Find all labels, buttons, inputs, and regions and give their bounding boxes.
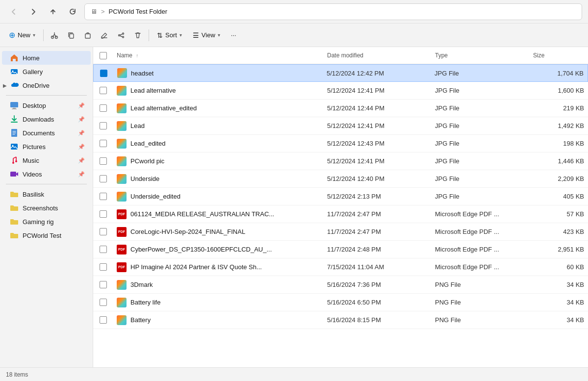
- svg-rect-6: [85, 34, 90, 38]
- sidebar-item-music[interactable]: Music📌: [2, 153, 91, 167]
- address-bar[interactable]: 🖥 > PCWorld Test Folder: [84, 3, 582, 20]
- forward-button[interactable]: [26, 4, 41, 20]
- paste-button[interactable]: [80, 26, 96, 44]
- file-date: 5/12/2024 12:44 PM: [323, 104, 431, 112]
- file-name: Lead_edited: [130, 140, 166, 147]
- rename-button[interactable]: [97, 26, 112, 44]
- table-row[interactable]: Lead alternative_edited 5/12/2024 12:44 …: [93, 100, 588, 117]
- file-name: CyberPower_DS_CP1350-1600EPFCLCD_AU_...: [130, 246, 272, 253]
- sidebar-item-gallery[interactable]: Gallery: [2, 65, 91, 78]
- file-date: 5/12/2024 12:41 PM: [323, 122, 431, 129]
- svg-rect-18: [10, 172, 16, 177]
- table-row[interactable]: Battery 5/16/2024 8:15 PM PNG File 34 KB: [93, 311, 588, 329]
- table-row[interactable]: Lead_edited 5/12/2024 12:43 PM JPG File …: [93, 135, 588, 152]
- file-checkbox[interactable]: [93, 316, 113, 324]
- view-button[interactable]: ☰ View ▾: [188, 26, 225, 44]
- sidebar-item-desktop[interactable]: Desktop📌: [2, 99, 91, 112]
- file-type: Microsoft Edge PDF ...: [431, 228, 529, 235]
- table-row[interactable]: PDF CyberPower_DS_CP1350-1600EPFCLCD_AU_…: [93, 241, 588, 258]
- file-checkbox[interactable]: [93, 193, 113, 200]
- file-checkbox[interactable]: [93, 246, 113, 253]
- col-type[interactable]: Type: [431, 50, 529, 61]
- table-row[interactable]: PCworld pic 5/12/2024 12:41 PM JPG File …: [93, 152, 588, 170]
- file-size: 405 KB: [529, 193, 588, 200]
- sidebar-item-videos[interactable]: Videos📌: [2, 167, 91, 181]
- sidebar-item-label: OneDrive: [23, 82, 50, 89]
- file-checkbox[interactable]: [93, 157, 113, 165]
- sidebar-item-pictures[interactable]: Pictures📌: [2, 140, 91, 153]
- table-row[interactable]: PDF CoreLogic-HVI-Sep-2024_FINAL_FINAL 1…: [93, 223, 588, 241]
- col-name[interactable]: Name ↑: [113, 50, 323, 61]
- file-type: JPG File: [431, 157, 529, 165]
- file-checkbox[interactable]: [93, 104, 113, 112]
- pin-icon: 📌: [78, 157, 85, 164]
- jpg-file-icon: [117, 139, 127, 149]
- table-row[interactable]: Lead 5/12/2024 12:41 PM JPG File 1,492 K…: [93, 117, 588, 135]
- refresh-button[interactable]: [65, 4, 80, 20]
- copy-button[interactable]: [63, 26, 79, 44]
- file-type: JPG File: [431, 193, 529, 200]
- downloads-icon: [10, 115, 19, 124]
- delete-button[interactable]: [130, 26, 146, 44]
- table-row[interactable]: PDF HP Imagine AI 2024 Partner & ISV Quo…: [93, 258, 588, 276]
- file-type: JPG File: [431, 70, 529, 77]
- sidebar-item-downloads[interactable]: Downloads📌: [2, 112, 91, 126]
- file-checkbox[interactable]: [93, 175, 113, 182]
- select-all-checkbox[interactable]: [93, 52, 113, 59]
- file-list: headset 5/12/2024 12:42 PM JPG File 1,70…: [93, 64, 588, 329]
- file-checkbox[interactable]: [93, 228, 113, 235]
- file-checkbox[interactable]: [93, 140, 113, 147]
- table-row[interactable]: Lead alternative 5/12/2024 12:41 PM JPG …: [93, 82, 588, 100]
- new-button[interactable]: ⊕ New ▾: [4, 26, 40, 44]
- svg-point-17: [15, 160, 17, 162]
- table-row[interactable]: headset 5/12/2024 12:42 PM JPG File 1,70…: [93, 64, 588, 82]
- file-name-cell: PCworld pic: [113, 156, 323, 166]
- file-checkbox[interactable]: [93, 281, 113, 288]
- sidebar-item-screenshots[interactable]: Screenshots: [2, 201, 91, 215]
- file-name: headset: [131, 70, 153, 77]
- view-icon: ☰: [193, 31, 199, 39]
- cut-button[interactable]: [47, 26, 62, 44]
- sidebar-item-gaming-rig[interactable]: Gaming rig: [2, 215, 91, 229]
- table-row[interactable]: 3Dmark 5/16/2024 7:36 PM PNG File 34 KB: [93, 276, 588, 294]
- file-name-cell: Underside_edited: [113, 192, 323, 202]
- table-row[interactable]: Battery life 5/16/2024 6:50 PM PNG File …: [93, 294, 588, 311]
- table-row[interactable]: Underside_edited 5/12/2024 2:13 PM JPG F…: [93, 188, 588, 205]
- back-button[interactable]: [6, 4, 22, 20]
- file-date: 11/7/2024 2:47 PM: [323, 210, 431, 218]
- file-size: 1,446 KB: [529, 157, 588, 165]
- table-row[interactable]: PDF 061124_MEDIA RELEASE_AUSTRALIAN TRAC…: [93, 205, 588, 223]
- svg-rect-14: [11, 144, 18, 150]
- up-button[interactable]: [45, 4, 61, 20]
- sidebar-item-basilisk[interactable]: Basilisk: [2, 187, 91, 201]
- new-label: New: [18, 31, 30, 39]
- file-checkbox[interactable]: [93, 122, 113, 129]
- col-size[interactable]: Size: [529, 50, 588, 61]
- table-row[interactable]: Underside 5/12/2024 12:40 PM JPG File 2,…: [93, 170, 588, 188]
- file-checkbox[interactable]: [93, 210, 113, 218]
- file-type: Microsoft Edge PDF ...: [431, 246, 529, 253]
- file-checkbox[interactable]: [93, 263, 113, 271]
- sidebar-item-pcworld-test[interactable]: PCWorld Test: [2, 229, 91, 242]
- sidebar: HomeGallery▶OneDriveDesktop📌Downloads📌Do…: [0, 47, 93, 367]
- file-type: JPG File: [431, 104, 529, 112]
- file-checkbox[interactable]: [93, 299, 113, 306]
- file-size: 2,209 KB: [529, 175, 588, 182]
- jpg-file-icon: [117, 103, 127, 113]
- file-checkbox[interactable]: [94, 70, 113, 77]
- plus-icon: ⊕: [9, 30, 15, 40]
- file-size: 34 KB: [529, 281, 588, 288]
- svg-point-16: [12, 162, 14, 164]
- share-button[interactable]: [113, 26, 129, 44]
- png-file-icon: [117, 280, 127, 290]
- file-name: Underside: [130, 175, 159, 182]
- more-button[interactable]: ···: [226, 26, 241, 44]
- sort-button[interactable]: ⇅ Sort ▾: [152, 26, 187, 44]
- file-checkbox[interactable]: [93, 87, 113, 94]
- sidebar-item-documents[interactable]: Documents📌: [2, 126, 91, 140]
- monitor-icon: 🖥: [91, 8, 97, 15]
- sidebar-item-home[interactable]: Home: [2, 51, 91, 65]
- file-date: 5/12/2024 12:41 PM: [323, 87, 431, 94]
- sidebar-item-onedrive[interactable]: ▶OneDrive: [2, 78, 91, 92]
- col-date[interactable]: Date modified: [323, 50, 431, 61]
